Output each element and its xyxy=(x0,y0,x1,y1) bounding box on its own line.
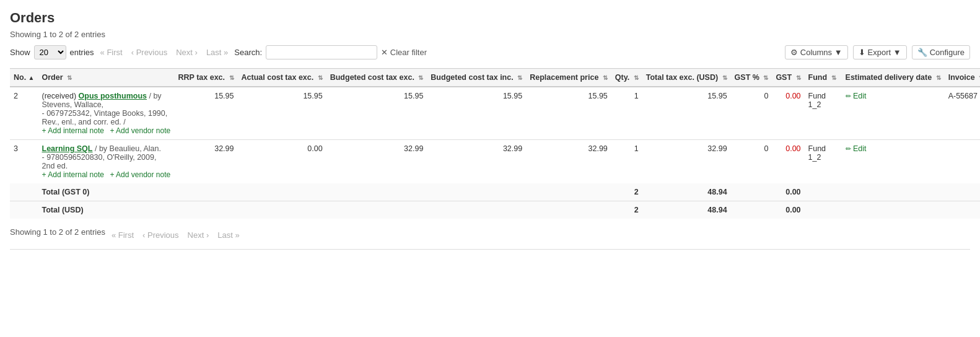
col-header-actual[interactable]: Actual cost tax exc. ⇅ xyxy=(238,69,326,87)
cell-qty-0: 1 xyxy=(611,87,642,140)
cell-no-0: 2 xyxy=(10,87,38,140)
total-budg-inc-cell-1 xyxy=(427,201,526,219)
cell-gst-0: 0.00 xyxy=(772,87,804,140)
search-input[interactable] xyxy=(266,45,377,59)
cell-invoice-1 xyxy=(945,140,980,184)
total-qty-cell-0: 2 xyxy=(611,183,642,201)
total-replace-cell-1 xyxy=(526,201,611,219)
col-header-invoice[interactable]: Invoice ⇅ xyxy=(945,69,980,87)
total-est-cell-1 xyxy=(842,201,945,219)
total-row-1: Total (USD) 2 48.94 0.00 xyxy=(10,201,980,219)
sort-icon-gst-pct: ⇅ xyxy=(763,74,768,81)
total-gst-pct-cell-0 xyxy=(731,183,772,201)
clear-filter-button[interactable]: ✕ Clear filter xyxy=(381,48,427,57)
last-button-top[interactable]: Last » xyxy=(204,46,230,58)
col-header-replace[interactable]: Replacement price ⇅ xyxy=(526,69,611,87)
cell-no-1: 3 xyxy=(10,140,38,184)
add-internal-note-link-1[interactable]: + Add internal note xyxy=(42,170,104,179)
export-label: Export ▼ xyxy=(868,48,901,57)
order-notes-1: + Add internal note + Add vendor note xyxy=(42,170,171,179)
order-meta-0: - 0679725342, Vintage Books, 1990, Rev.,… xyxy=(42,109,171,126)
add-vendor-note-link-0[interactable]: + Add vendor note xyxy=(110,126,170,135)
export-button[interactable]: ⬇ Export ▼ xyxy=(853,45,907,59)
sort-icon-actual: ⇅ xyxy=(318,74,323,81)
total-label-cell-1 xyxy=(10,201,38,219)
sort-icon-rrp: ⇅ xyxy=(229,74,234,81)
cell-order-0: (received) Opus posthumous / by Stevens,… xyxy=(38,87,175,140)
next-button-top[interactable]: Next › xyxy=(173,46,200,58)
col-header-gst[interactable]: GST ⇅ xyxy=(772,69,804,87)
order-title-link-0[interactable]: Opus posthumous xyxy=(79,92,147,100)
total-replace-cell-0 xyxy=(526,183,611,201)
total-rrp-cell-1 xyxy=(175,201,238,219)
add-internal-note-link-0[interactable]: + Add internal note xyxy=(42,126,104,135)
cell-fund-1: Fund 1_2 xyxy=(805,140,842,184)
configure-button[interactable]: 🔧 Configure xyxy=(912,45,970,59)
first-button-bottom[interactable]: « First xyxy=(109,229,136,241)
edit-est-delivery-button-1[interactable]: ✏ Edit xyxy=(846,144,867,153)
search-label: Search: xyxy=(234,48,262,57)
cell-actual-0: 15.95 xyxy=(238,87,326,140)
configure-label: Configure xyxy=(930,48,965,57)
sort-asc-icon: ▲ xyxy=(28,74,35,81)
showing-count-bottom: Showing 1 to 2 of 2 entries xyxy=(10,227,105,237)
total-order-cell-0: Total (GST 0) xyxy=(38,183,175,201)
col-header-est-delivery[interactable]: Estimated delivery date ⇅ xyxy=(842,69,945,87)
entries-label: entries xyxy=(70,48,94,57)
page-divider xyxy=(10,249,970,250)
plus-icon-internal-0: + xyxy=(42,126,46,135)
cell-total-1: 32.99 xyxy=(642,140,731,184)
last-button-bottom[interactable]: Last » xyxy=(215,229,242,241)
cell-budg-exc-0: 15.95 xyxy=(326,87,427,140)
cell-budg-exc-1: 32.99 xyxy=(326,140,427,184)
next-button-bottom[interactable]: Next › xyxy=(185,229,212,241)
total-qty-cell-1: 2 xyxy=(611,201,642,219)
col-header-qty[interactable]: Qty. ⇅ xyxy=(611,69,642,87)
total-total-cell-1: 48.94 xyxy=(642,201,731,219)
col-header-budg-inc[interactable]: Budgeted cost tax inc. ⇅ xyxy=(427,69,526,87)
total-row-0: Total (GST 0) 2 48.94 0.00 xyxy=(10,183,980,201)
col-header-order[interactable]: Order ⇅ xyxy=(38,69,175,87)
total-fund-cell-0 xyxy=(805,183,842,201)
sort-icon-budg-exc: ⇅ xyxy=(418,74,423,81)
add-vendor-note-link-1[interactable]: + Add vendor note xyxy=(110,170,170,179)
total-gst-cell-0: 0.00 xyxy=(772,183,804,201)
order-prefix-0: (received) xyxy=(42,92,79,100)
cell-actual-1: 0.00 xyxy=(238,140,326,184)
plus-icon-vendor-0: + xyxy=(110,126,114,135)
prev-button-bottom[interactable]: ‹ Previous xyxy=(140,229,182,241)
col-header-no[interactable]: No. ▲ xyxy=(10,69,38,87)
order-notes-0: + Add internal note + Add vendor note xyxy=(42,126,171,135)
col-header-total[interactable]: Total tax exc. (USD) ⇅ xyxy=(642,69,731,87)
table-row: 2 (received) Opus posthumous / by Steven… xyxy=(10,87,980,140)
showing-count-top: Showing 1 to 2 of 2 entries xyxy=(10,30,970,39)
orders-table: No. ▲ Order ⇅ RRP tax exc. ⇅ Actual cost… xyxy=(10,68,980,219)
sort-icon-budg-inc: ⇅ xyxy=(517,74,522,81)
top-toolbar: Show 20 10 50 100 entries « First ‹ Prev… xyxy=(10,45,970,59)
order-title-link-1[interactable]: Learning SQL xyxy=(42,144,93,153)
prev-button-top[interactable]: ‹ Previous xyxy=(129,46,170,58)
total-gst-pct-cell-1 xyxy=(731,201,772,219)
cell-qty-1: 1 xyxy=(611,140,642,184)
cell-replace-0: 15.95 xyxy=(526,87,611,140)
show-select[interactable]: 20 10 50 100 xyxy=(34,45,66,59)
pencil-icon-0: ✏ xyxy=(846,92,851,100)
cell-total-0: 15.95 xyxy=(642,87,731,140)
pencil-icon-1: ✏ xyxy=(846,145,851,152)
cell-fund-0: Fund 1_2 xyxy=(805,87,842,140)
table-header-row: No. ▲ Order ⇅ RRP tax exc. ⇅ Actual cost… xyxy=(10,69,980,87)
cell-est-delivery-0: ✏ Edit xyxy=(842,87,945,140)
order-suffix-1: / by Beaulieu, Alan. xyxy=(92,144,161,153)
col-header-fund[interactable]: Fund ⇅ xyxy=(805,69,842,87)
col-header-budg-exc[interactable]: Budgeted cost tax exc. ⇅ xyxy=(326,69,427,87)
cell-invoice-0: A-55687 xyxy=(945,87,980,140)
edit-est-delivery-button-0[interactable]: ✏ Edit xyxy=(846,92,867,100)
columns-button[interactable]: ⚙ Columns ▼ xyxy=(785,45,848,59)
sort-icon-replace: ⇅ xyxy=(603,74,608,81)
bottom-toolbar: Showing 1 to 2 of 2 entries « First ‹ Pr… xyxy=(10,227,970,243)
col-header-rrp[interactable]: RRP tax exc. ⇅ xyxy=(175,69,238,87)
first-button-top[interactable]: « First xyxy=(98,46,125,58)
toolbar-left: Show 20 10 50 100 entries « First ‹ Prev… xyxy=(10,45,427,59)
plus-icon-internal-1: + xyxy=(42,170,46,179)
col-header-gst-pct[interactable]: GST % ⇅ xyxy=(731,69,772,87)
